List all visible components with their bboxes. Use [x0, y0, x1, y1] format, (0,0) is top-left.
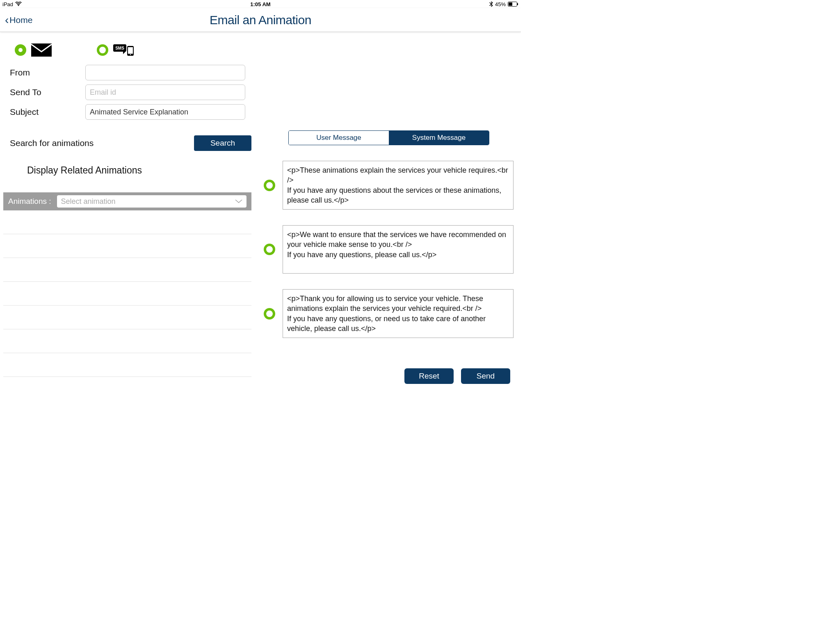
- message-option-3: <p>Thank you for allowing us to service …: [264, 289, 514, 338]
- animations-label: Animations :: [8, 197, 51, 206]
- back-label: Home: [9, 15, 32, 25]
- radio-email[interactable]: [15, 44, 26, 56]
- tab-system-message[interactable]: System Message: [389, 131, 489, 145]
- search-row: Search for animations Search: [3, 124, 251, 151]
- animations-bar: Animations : Select animation: [3, 192, 251, 210]
- message-option-1: <p>These animations explain the services…: [264, 161, 514, 210]
- radio-message-1[interactable]: [264, 180, 275, 191]
- subject-input[interactable]: [85, 104, 245, 120]
- wifi-icon: [15, 2, 22, 7]
- svg-point-8: [130, 54, 131, 55]
- search-label: Search for animations: [10, 138, 94, 148]
- message-tabs: User Message System Message: [288, 130, 489, 145]
- sendto-input[interactable]: [85, 84, 245, 100]
- chevron-left-icon: ‹: [5, 14, 9, 26]
- from-row: From: [7, 65, 247, 80]
- list-item[interactable]: [3, 282, 251, 306]
- status-bar: iPad 1:05 AM 45%: [0, 0, 521, 8]
- send-button[interactable]: Send: [461, 368, 510, 384]
- back-button[interactable]: ‹ Home: [5, 14, 32, 26]
- bluetooth-icon: [489, 1, 493, 7]
- list-item[interactable]: [3, 329, 251, 353]
- status-left: iPad: [2, 1, 22, 7]
- sms-icon: SMS: [113, 43, 135, 57]
- radio-message-3[interactable]: [264, 308, 275, 320]
- list-item[interactable]: [3, 353, 251, 377]
- list-item[interactable]: [3, 210, 251, 234]
- subject-row: Subject: [7, 104, 247, 120]
- action-buttons: Reset Send: [264, 360, 514, 387]
- svg-text:SMS: SMS: [115, 46, 124, 50]
- message-text-2[interactable]: <p>We want to ensure that the services w…: [283, 225, 514, 274]
- status-right: 45%: [489, 1, 518, 7]
- message-option-2: <p>We want to ensure that the services w…: [264, 225, 514, 274]
- nav-bar: ‹ Home Email an Animation: [0, 8, 521, 32]
- animation-select[interactable]: Select animation: [57, 195, 247, 208]
- chevron-down-icon: [235, 197, 242, 206]
- page-title: Email an Animation: [210, 13, 311, 27]
- from-input[interactable]: [85, 65, 245, 80]
- subject-label: Subject: [7, 107, 85, 117]
- sms-method[interactable]: SMS: [97, 43, 135, 57]
- message-text-3[interactable]: <p>Thank you for allowing us to service …: [283, 289, 514, 338]
- email-method[interactable]: [15, 43, 52, 57]
- radio-sms[interactable]: [97, 44, 108, 56]
- message-text-1[interactable]: <p>These animations explain the services…: [283, 161, 514, 210]
- left-column: SMS From Send To Subject: [3, 36, 251, 387]
- battery-percent: 45%: [495, 1, 506, 7]
- search-button[interactable]: Search: [194, 135, 251, 151]
- list-item[interactable]: [3, 234, 251, 258]
- tab-user-message[interactable]: User Message: [289, 131, 389, 145]
- list-item[interactable]: [3, 258, 251, 282]
- svg-rect-3: [31, 43, 52, 57]
- list-item[interactable]: [3, 306, 251, 329]
- device-label: iPad: [2, 1, 13, 7]
- sendto-label: Send To: [7, 87, 85, 97]
- svg-rect-1: [509, 2, 512, 6]
- svg-rect-7: [128, 47, 133, 54]
- display-related-title: Display Related Animations: [3, 151, 251, 176]
- form-rows: From Send To Subject: [3, 65, 251, 124]
- reset-button[interactable]: Reset: [404, 368, 454, 384]
- status-time: 1:05 AM: [250, 1, 270, 7]
- from-label: From: [7, 68, 85, 78]
- send-method-row: SMS: [3, 36, 251, 65]
- right-column: User Message System Message <p>These ani…: [264, 36, 518, 387]
- battery-icon: [508, 2, 518, 7]
- svg-rect-2: [517, 3, 518, 5]
- animation-list: [3, 210, 251, 387]
- radio-message-2[interactable]: [264, 244, 275, 255]
- sendto-row: Send To: [7, 84, 247, 100]
- select-placeholder: Select animation: [61, 197, 116, 206]
- mail-icon: [31, 43, 52, 57]
- main-content: SMS From Send To Subject: [0, 32, 521, 390]
